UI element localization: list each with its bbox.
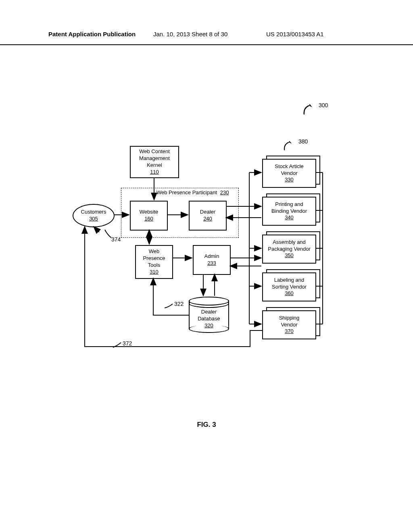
- text: Binding Vendor: [271, 208, 307, 215]
- text: Kernel: [147, 162, 162, 169]
- cylinder-dealer-database: Dealer Database 320: [189, 297, 229, 333]
- ref-num: 305: [89, 216, 98, 222]
- box-vendor-assembly: Assembly and Packaging Vendor 350: [262, 235, 316, 264]
- svg-line-27: [94, 227, 99, 232]
- ref-372: 372: [123, 340, 132, 347]
- header-right: US 2013/0013453 A1: [266, 31, 324, 37]
- ref-322: 322: [174, 301, 184, 307]
- curved-arrow-icon: [283, 141, 295, 151]
- ellipse-customers: Customers 305: [73, 204, 115, 227]
- text: Web Content: [139, 148, 170, 155]
- ref-num: 320: [204, 322, 213, 328]
- text: Printing and: [275, 201, 303, 208]
- box-web-presence-tools: Web Presence Tools 310: [135, 245, 173, 279]
- ref-num: 230: [220, 189, 229, 195]
- ref-num: 330: [285, 177, 294, 183]
- text: Tools: [148, 262, 160, 269]
- text: Shipping: [279, 315, 300, 322]
- figure-label: FIG. 3: [0, 421, 413, 429]
- curved-arrow-icon: [302, 104, 315, 115]
- ref-num: 360: [285, 290, 294, 297]
- ref-num: 370: [285, 328, 294, 335]
- svg-marker-0: [309, 104, 312, 107]
- box-website: Website 160: [130, 201, 168, 231]
- box-dealer: Dealer 240: [189, 201, 227, 231]
- ref-380: 380: [298, 138, 308, 145]
- text: Presence: [143, 255, 165, 262]
- ref-num: 160: [144, 216, 153, 222]
- text: Database: [198, 316, 220, 322]
- text: Dealer: [201, 309, 217, 315]
- ref-374: 374: [111, 236, 121, 243]
- svg-marker-1: [289, 141, 292, 143]
- box-vendor-shipping: Shipping Vendor 370: [262, 310, 316, 339]
- text: Admin: [204, 253, 219, 260]
- text: Web: [149, 248, 160, 255]
- text: Assembly and: [273, 239, 306, 246]
- text: Management: [139, 155, 170, 162]
- page-header: Patent Application Publication Jan. 10, …: [0, 32, 413, 45]
- text: Dealer: [200, 209, 215, 216]
- text: Labeling and: [274, 277, 304, 284]
- text: Customers: [81, 209, 106, 216]
- text: Vendor: [281, 322, 297, 328]
- header-left: Patent Application Publication: [48, 31, 136, 37]
- ref-num: 350: [285, 252, 294, 259]
- text: Packaging Vendor: [268, 246, 311, 253]
- box-vendor-labeling: Labeling and Sorting Vendor 360: [262, 272, 316, 301]
- header-center: Jan. 10, 2013 Sheet 8 of 30: [153, 31, 227, 37]
- ref-num: 110: [150, 169, 159, 176]
- text: Website: [140, 209, 159, 216]
- box-vendor-printing: Printing and Binding Vendor 340: [262, 197, 316, 226]
- text: Sorting Vendor: [272, 284, 307, 291]
- text: Vendor: [281, 170, 297, 177]
- wpp-label: Web Presence Participant 230: [156, 189, 229, 195]
- box-wcm-kernel: Web Content Management Kernel 110: [130, 146, 179, 178]
- box-admin: Admin 233: [193, 245, 231, 275]
- ref-num: 233: [207, 260, 216, 267]
- box-vendor-stock: Stock Article Vendor 330: [262, 159, 316, 188]
- ref-num: 340: [285, 214, 294, 221]
- text: Stock Article: [275, 163, 304, 170]
- text: Web Presence Participant: [156, 189, 217, 195]
- ref-num: 240: [203, 216, 212, 222]
- ref-num: 310: [150, 269, 159, 276]
- ref-300: 300: [319, 102, 328, 108]
